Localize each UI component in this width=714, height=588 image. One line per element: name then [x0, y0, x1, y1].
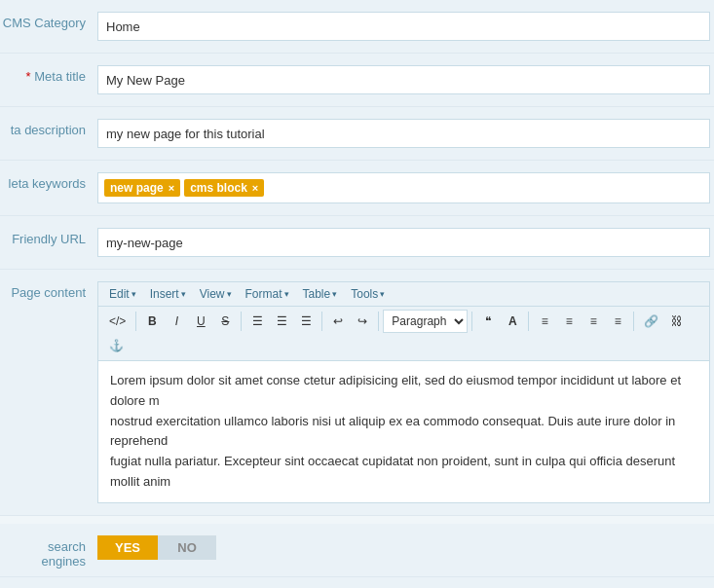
displayed-row: Displayed YES NO — [0, 577, 714, 588]
editor-toolbar: </> B I U S ☰ ☰ ☰ ↩ ↪ Paragraph — [98, 307, 709, 361]
cms-category-row: CMS Category — [0, 0, 714, 54]
keywords-field-wrapper[interactable]: new page × cms block × — [97, 172, 710, 203]
tag-new-page: new page × — [104, 179, 180, 197]
list-ol-button[interactable]: ≡ — [557, 310, 581, 333]
redo-button[interactable]: ↪ — [351, 310, 374, 333]
align-right-button[interactable]: ☰ — [294, 310, 318, 333]
list-ul-button[interactable]: ≡ — [533, 310, 556, 333]
friendly-url-label: Friendly URL — [0, 224, 97, 246]
search-engines-no[interactable]: NO — [158, 535, 216, 560]
font-a-button[interactable]: A — [501, 310, 524, 333]
separator-3 — [321, 312, 322, 331]
cms-category-label: CMS Category — [0, 8, 97, 30]
separator-4 — [378, 312, 379, 331]
meta-title-row: Meta title — [0, 54, 714, 107]
menu-insert[interactable]: Insert ▾ — [144, 285, 192, 303]
blockquote-button[interactable]: ❝ — [476, 310, 500, 333]
meta-keywords-label: leta keywords — [0, 168, 97, 191]
search-engines-label: search engines — [0, 532, 97, 569]
bold-button[interactable]: B — [140, 310, 164, 333]
separator-2 — [241, 312, 242, 331]
indent-less-button[interactable]: ≡ — [582, 310, 605, 333]
menu-tools[interactable]: Tools ▾ — [345, 285, 391, 303]
strikethrough-button[interactable]: S — [213, 310, 237, 333]
tag-new-page-remove[interactable]: × — [169, 182, 174, 194]
menu-view[interactable]: View ▾ — [194, 285, 238, 303]
meta-description-field — [97, 115, 714, 152]
anchor-button[interactable]: ⚓ — [103, 334, 130, 357]
menu-table-arrow: ▾ — [332, 289, 337, 299]
friendly-url-input[interactable] — [97, 228, 710, 257]
menu-format[interactable]: Format ▾ — [240, 285, 295, 303]
menu-table[interactable]: Table ▾ — [297, 285, 344, 303]
meta-title-field — [97, 61, 714, 98]
friendly-url-field — [97, 224, 714, 261]
underline-button[interactable]: U — [189, 310, 212, 333]
page-content-field: Edit ▾ Insert ▾ View ▾ Format ▾ Table ▾ … — [97, 277, 714, 507]
search-engines-toggle: YES NO — [97, 535, 710, 560]
code-button[interactable]: </> — [103, 310, 132, 333]
cms-category-input[interactable] — [97, 12, 710, 41]
meta-description-label: ta description — [0, 115, 97, 137]
menu-tools-arrow: ▾ — [380, 289, 385, 299]
editor-menubar: Edit ▾ Insert ▾ View ▾ Format ▾ Table ▾ … — [98, 282, 709, 307]
menu-format-arrow: ▾ — [284, 289, 289, 299]
menu-view-arrow: ▾ — [227, 289, 232, 299]
editor-wrapper: Edit ▾ Insert ▾ View ▾ Format ▾ Table ▾ … — [97, 281, 710, 503]
meta-title-input[interactable] — [97, 65, 710, 94]
undo-button[interactable]: ↩ — [326, 310, 350, 333]
page-content-row: Page content Edit ▾ Insert ▾ View ▾ Form… — [0, 270, 714, 516]
indent-more-button[interactable]: ≡ — [606, 310, 629, 333]
meta-description-input[interactable] — [97, 119, 710, 148]
align-left-button[interactable]: ☰ — [245, 310, 269, 333]
link-button[interactable]: 🔗 — [638, 310, 664, 333]
menu-insert-arrow: ▾ — [181, 289, 186, 299]
separator-5 — [471, 312, 472, 331]
tag-cms-block-label: cms block — [190, 181, 247, 195]
menu-edit-arrow: ▾ — [132, 289, 136, 299]
tag-cms-block-remove[interactable]: × — [252, 182, 258, 194]
form-container: CMS Category Meta title ta description l… — [0, 0, 714, 588]
friendly-url-row: Friendly URL — [0, 216, 714, 270]
tag-input[interactable] — [266, 181, 705, 196]
separator-6 — [528, 312, 529, 331]
separator-7 — [633, 312, 634, 331]
cms-category-field — [97, 8, 714, 45]
tag-new-page-label: new page — [110, 181, 164, 195]
unlink-button[interactable]: ⛓ — [665, 310, 689, 333]
format-select[interactable]: Paragraph Heading 1 Heading 2 — [383, 310, 468, 333]
search-engines-row: search engines YES NO — [0, 524, 714, 577]
italic-button[interactable]: I — [165, 310, 188, 333]
meta-title-label: Meta title — [0, 61, 97, 84]
meta-keywords-field: new page × cms block × — [97, 168, 714, 207]
separator-1 — [135, 312, 136, 331]
menu-edit[interactable]: Edit ▾ — [103, 285, 142, 303]
search-engines-field: YES NO — [97, 532, 714, 564]
meta-description-row: ta description — [0, 107, 714, 161]
tag-cms-block: cms block × — [184, 179, 264, 197]
page-content-label: Page content — [0, 277, 97, 300]
search-engines-yes[interactable]: YES — [97, 535, 158, 560]
meta-keywords-row: leta keywords new page × cms block × — [0, 161, 714, 216]
align-center-button[interactable]: ☰ — [270, 310, 293, 333]
editor-text: Lorem ipsum dolor sit amet conse ctetur … — [110, 373, 681, 489]
editor-content[interactable]: Lorem ipsum dolor sit amet conse ctetur … — [98, 361, 709, 502]
